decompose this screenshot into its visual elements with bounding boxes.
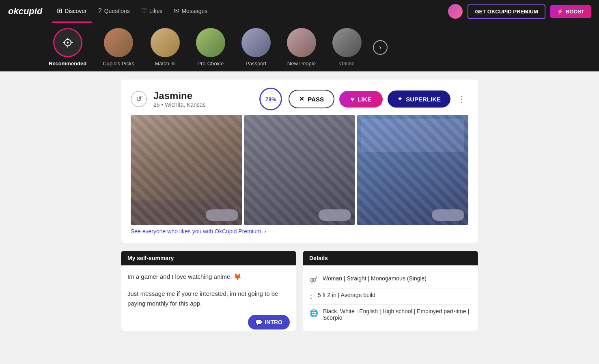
nav-items: ⊞ Discover ? Questions ♡ Likes ✉ Message…	[52, 0, 445, 23]
detail-row-1: ↕ 5 ft 2 in | Average build	[309, 289, 472, 305]
nav-questions-label: Questions	[104, 8, 130, 14]
cupids-picks-label: Cupid's Picks	[103, 60, 134, 67]
profile-photos	[131, 115, 468, 225]
category-online[interactable]: Online	[324, 24, 370, 71]
online-avatar	[332, 28, 362, 57]
pro-choice-avatar	[196, 28, 225, 57]
user-avatar[interactable]	[448, 4, 463, 19]
category-cupids-picks[interactable]: Cupid's Picks	[95, 24, 142, 71]
category-passport[interactable]: Passport	[233, 24, 279, 71]
premium-link-text: See everyone who likes you with OkCupid …	[131, 228, 266, 235]
detail-text-2: Black, White | English | High school | E…	[323, 308, 472, 321]
passport-avatar	[241, 28, 271, 57]
profile-location: 25 • Wichita, Kansas	[153, 101, 253, 108]
self-summary-body: Im a gamer and I love watching anime. 🦊 …	[121, 265, 296, 315]
questions-icon: ?	[98, 7, 102, 15]
category-match[interactable]: Match %	[142, 24, 188, 71]
action-buttons: ✕ PASS ♥ LIKE ✦ SUPERLIKE ⋮	[289, 90, 468, 108]
superlike-icon: ✦	[397, 95, 403, 103]
logo[interactable]: okcupid	[8, 6, 42, 17]
match-percent-value: 78%	[265, 96, 276, 102]
like-label: LIKE	[358, 96, 371, 103]
gender-icon: ⚤	[309, 276, 318, 285]
intro-button[interactable]: 💬 INTRO	[248, 315, 290, 330]
profile-sections: My self-summary Im a gamer and I love wa…	[121, 251, 478, 331]
detail-text-0: Woman | Straight | Monogamous (Single)	[323, 275, 427, 282]
category-bar: Recommended Cupid's Picks Match % Pro-Ch…	[0, 23, 599, 71]
intro-chat-icon: 💬	[255, 319, 262, 325]
boost-icon: ⚡	[557, 9, 563, 15]
premium-link[interactable]: See everyone who likes you with OkCupid …	[131, 225, 468, 235]
premium-button[interactable]: GET OKCUPID PREMIUM	[468, 4, 545, 19]
nav-messages-label: Messages	[181, 8, 207, 14]
nav-right: GET OKCUPID PREMIUM ⚡ BOOST	[448, 4, 591, 19]
recommended-label: Recommended	[49, 60, 86, 67]
photo-3-badge	[432, 209, 464, 221]
like-button[interactable]: ♥ LIKE	[339, 91, 383, 108]
profile-photo-1[interactable]	[131, 115, 242, 225]
undo-button[interactable]: ↺	[131, 91, 147, 107]
match-percent-circle: 78%	[259, 88, 282, 110]
details-header: Details	[303, 251, 478, 265]
photo-2-badge	[319, 209, 351, 221]
recommended-sun-icon	[61, 36, 74, 49]
profile-age: 25	[153, 101, 160, 108]
cupids-picks-avatar	[104, 28, 133, 57]
discover-icon: ⊞	[57, 7, 62, 15]
more-options-button[interactable]: ⋮	[455, 93, 468, 106]
online-label: Online	[339, 60, 355, 67]
match-avatar	[151, 28, 180, 57]
details-card: Details ⚤ Woman | Straight | Monogamous …	[303, 251, 478, 331]
nav-questions[interactable]: ? Questions	[93, 0, 135, 23]
new-people-avatar	[287, 28, 316, 57]
main-nav: okcupid ⊞ Discover ? Questions ♡ Likes ✉…	[0, 0, 599, 23]
nav-likes-label: Likes	[149, 8, 163, 14]
profile-card: ↺ Jasmine 25 • Wichita, Kansas 78% ✕ PAS…	[121, 80, 478, 243]
category-next-button[interactable]: ›	[373, 40, 388, 55]
superlike-button[interactable]: ✦ SUPERLIKE	[388, 90, 450, 108]
like-heart-icon: ♥	[351, 96, 354, 103]
globe-icon: 🌐	[309, 309, 318, 318]
self-summary-header: My self-summary	[121, 251, 296, 265]
profile-photo-2[interactable]	[244, 115, 356, 225]
undo-icon: ↺	[136, 95, 142, 103]
pro-choice-label: Pro-Choice	[197, 60, 224, 67]
pass-x-icon: ✕	[299, 95, 304, 103]
match-label: Match %	[155, 60, 176, 67]
new-people-label: New People	[287, 60, 316, 67]
self-summary-card: My self-summary Im a gamer and I love wa…	[121, 251, 296, 331]
category-recommended[interactable]: Recommended	[41, 24, 95, 71]
self-summary-text-2: Just message me if you're interested, im…	[127, 289, 290, 308]
boost-label: BOOST	[566, 9, 584, 15]
nav-discover[interactable]: ⊞ Discover	[52, 0, 91, 23]
pass-button[interactable]: ✕ PASS	[289, 90, 334, 108]
nav-discover-label: Discover	[65, 8, 86, 14]
self-summary-text-1: Im a gamer and I love watching anime. 🦊	[127, 272, 290, 282]
profile-location-separator: •	[161, 101, 165, 108]
profile-city: Wichita, Kansas	[165, 101, 205, 108]
details-body: ⚤ Woman | Straight | Monogamous (Single)…	[303, 265, 478, 331]
profile-photo-3[interactable]	[357, 115, 468, 225]
photo-1-badge	[206, 209, 238, 221]
detail-row-0: ⚤ Woman | Straight | Monogamous (Single)	[309, 272, 472, 289]
profile-name: Jasmine	[153, 90, 253, 101]
recommended-icon-container	[53, 28, 82, 57]
category-pro-choice[interactable]: Pro-Choice	[188, 24, 233, 71]
profile-info: Jasmine 25 • Wichita, Kansas	[153, 90, 253, 108]
main-content: ↺ Jasmine 25 • Wichita, Kansas 78% ✕ PAS…	[0, 71, 599, 339]
superlike-label: SUPERLIKE	[406, 96, 441, 103]
likes-icon: ♡	[141, 7, 147, 15]
detail-row-2: 🌐 Black, White | English | High school |…	[309, 305, 472, 324]
svg-point-5	[67, 42, 69, 43]
messages-icon: ✉	[174, 7, 179, 15]
detail-text-1: 5 ft 2 in | Average build	[318, 292, 375, 298]
pass-label: PASS	[308, 96, 324, 103]
passport-label: Passport	[246, 60, 266, 67]
height-icon: ↕	[309, 293, 313, 301]
profile-card-header: ↺ Jasmine 25 • Wichita, Kansas 78% ✕ PAS…	[131, 88, 468, 110]
intro-label: INTRO	[265, 319, 282, 325]
nav-messages[interactable]: ✉ Messages	[169, 0, 212, 23]
nav-likes[interactable]: ♡ Likes	[136, 0, 168, 23]
boost-button[interactable]: ⚡ BOOST	[550, 5, 591, 18]
category-new-people[interactable]: New People	[279, 24, 324, 71]
